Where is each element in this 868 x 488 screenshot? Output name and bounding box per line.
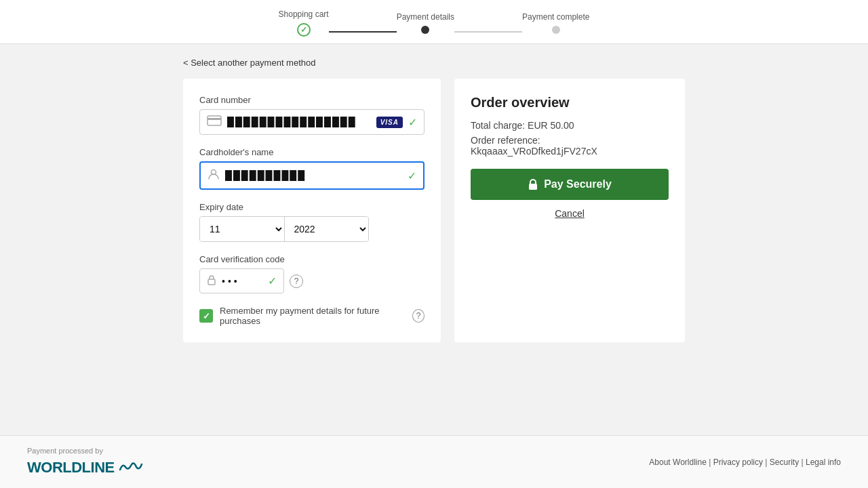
cardholder-name-group: Cardholder's name ██████████ ✓ (199, 147, 425, 190)
payment-form-card: Card number ████████████████ VISA ✓ Card… (183, 79, 441, 342)
legal-info-link[interactable]: Legal info (806, 458, 841, 467)
pay-button-label: Pay Securely (544, 178, 612, 190)
total-charge: Total charge: EUR 50.00 (471, 120, 669, 131)
privacy-policy-link[interactable]: Privacy policy (713, 458, 763, 467)
about-worldline-link[interactable]: About Worldline (649, 458, 707, 467)
cvc-check-icon: ✓ (268, 274, 277, 287)
cardholder-name-input[interactable]: ██████████ (225, 170, 402, 181)
card-number-input[interactable]: ████████████████ (227, 117, 371, 127)
order-reference: Order reference: Kkqaaax_VRoDfked1jFV27c… (471, 135, 669, 157)
cvc-wrapper: ✓ (199, 268, 284, 293)
footer-links: About Worldline | Privacy policy | Secur… (649, 458, 841, 467)
cvc-input[interactable] (222, 276, 262, 287)
lock-pay-icon (528, 178, 538, 190)
step-payment-complete-dot (552, 26, 560, 34)
svg-rect-3 (208, 279, 215, 285)
step-payment-details-dot (421, 26, 429, 34)
order-reference-value: Kkqaaax_VRoDfked1jFV27cX (471, 146, 597, 157)
svg-rect-0 (208, 116, 221, 125)
worldline-text: WORLDLINE (27, 459, 115, 476)
progress-line-1 (329, 31, 397, 33)
step-payment-details: Payment details (397, 12, 454, 34)
footer-processed-by: Payment processed by (27, 447, 143, 455)
security-link[interactable]: Security (770, 458, 799, 467)
main-content: < Select another payment method Card num… (0, 44, 868, 435)
svg-rect-4 (529, 184, 537, 190)
person-icon (208, 168, 220, 183)
step-shopping-cart-dot (297, 23, 311, 37)
name-wrapper: ██████████ ✓ (199, 161, 425, 190)
order-title: Order overview (471, 95, 669, 110)
step-payment-complete: Payment complete (522, 12, 589, 34)
remember-checkbox-row: Remember my payment details for future p… (199, 306, 425, 326)
footer-left: Payment processed by WORLDLINE (27, 447, 143, 477)
card-number-label: Card number (199, 95, 425, 105)
lock-icon (207, 274, 216, 287)
step-payment-complete-label: Payment complete (522, 12, 589, 22)
card-number-group: Card number ████████████████ VISA ✓ (199, 95, 425, 135)
step-payment-details-label: Payment details (397, 12, 454, 22)
expiry-year-select[interactable]: 2020 2021 2022 2023 2024 2025 2026 2027 … (285, 217, 369, 241)
cvc-help-icon[interactable]: ? (290, 274, 303, 288)
progress-line-2 (454, 31, 522, 33)
remember-label: Remember my payment details for future p… (220, 306, 400, 326)
cvc-row: ✓ ? (199, 268, 425, 293)
cardholder-name-label: Cardholder's name (199, 147, 425, 157)
step-shopping-cart-label: Shopping cart (279, 9, 329, 19)
cardholder-check-icon: ✓ (408, 169, 416, 182)
visa-badge: VISA (376, 117, 403, 128)
footer: Payment processed by WORLDLINE About Wor… (0, 435, 868, 488)
cvc-label: Card verification code (199, 254, 425, 264)
expiry-date-group: Expiry date 01 02 03 04 05 06 07 08 09 1… (199, 202, 425, 242)
total-charge-value: EUR 50.00 (528, 120, 574, 131)
svg-rect-1 (208, 118, 221, 120)
total-charge-label: Total charge: (471, 120, 525, 131)
worldline-logo: WORLDLINE (27, 458, 143, 477)
remember-checkbox[interactable] (199, 309, 213, 323)
order-reference-label: Order reference: (471, 135, 540, 146)
order-overview-card: Order overview Total charge: EUR 50.00 O… (454, 79, 685, 342)
content-wrapper: Card number ████████████████ VISA ✓ Card… (170, 79, 698, 342)
expiry-month-select[interactable]: 01 02 03 04 05 06 07 08 09 10 11 12 (200, 217, 284, 241)
cancel-link[interactable]: Cancel (471, 208, 669, 219)
expiry-wrapper: 01 02 03 04 05 06 07 08 09 10 11 12 (199, 216, 369, 242)
card-number-wrapper: ████████████████ VISA ✓ (199, 109, 425, 135)
pay-securely-button[interactable]: Pay Securely (471, 169, 669, 200)
back-link[interactable]: < Select another payment method (183, 58, 868, 68)
card-outline-icon (207, 115, 222, 129)
step-shopping-cart: Shopping cart (279, 9, 329, 37)
cvc-group: Card verification code ✓ ? (199, 254, 425, 293)
worldline-wave-icon (119, 458, 143, 477)
progress-bar: Shopping cart Payment details Payment co… (0, 0, 868, 44)
remember-help-icon[interactable]: ? (412, 309, 425, 323)
card-number-check-icon: ✓ (408, 116, 417, 129)
expiry-date-label: Expiry date (199, 202, 425, 212)
